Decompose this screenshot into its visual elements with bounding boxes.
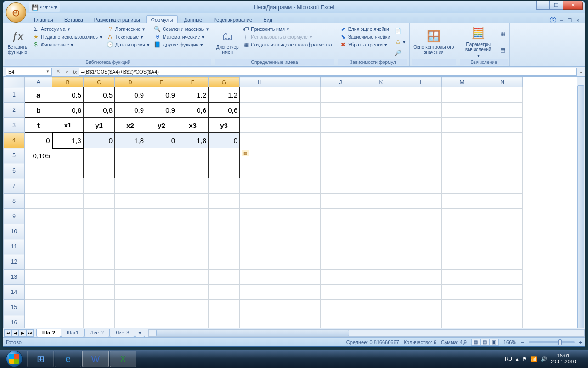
- row-header[interactable]: 7: [4, 178, 25, 194]
- col-header[interactable]: H: [240, 77, 280, 87]
- tray-clock[interactable]: 16:01 20.01.2010: [551, 353, 576, 365]
- trace-precedents-button[interactable]: ⬈Влияющие ячейки: [338, 25, 392, 33]
- tab-insert[interactable]: Вставка: [59, 15, 88, 23]
- cell[interactable]: a: [25, 87, 52, 103]
- cell[interactable]: 0: [25, 133, 52, 148]
- watch-window-button[interactable]: 🪟 Окно контрольного значения: [412, 24, 456, 59]
- cell[interactable]: x2: [115, 118, 146, 133]
- row-header[interactable]: 4: [4, 133, 25, 148]
- datetime-button[interactable]: 🕒Дата и время ▾: [105, 41, 152, 48]
- calc-sheet-button[interactable]: ▤: [498, 46, 508, 54]
- col-header[interactable]: M: [442, 77, 482, 87]
- zoom-out-button[interactable]: −: [521, 339, 524, 345]
- row-header[interactable]: 13: [4, 270, 25, 285]
- logical-button[interactable]: ?Логические ▾: [105, 25, 152, 33]
- scroll-thumb[interactable]: [577, 85, 584, 328]
- cell[interactable]: y2: [146, 118, 177, 133]
- row-header[interactable]: 2: [4, 103, 25, 118]
- fx-label-icon[interactable]: fx: [73, 69, 77, 75]
- col-header[interactable]: E: [146, 77, 177, 87]
- financial-button[interactable]: $Финансовые ▾: [31, 41, 104, 48]
- tab-layout[interactable]: Разметка страницы: [89, 15, 145, 23]
- doc-restore-icon[interactable]: ❐: [566, 17, 573, 23]
- cell[interactable]: b: [25, 103, 52, 118]
- more-button[interactable]: 📘Другие функции ▾: [153, 41, 211, 48]
- zoom-level[interactable]: 166%: [503, 339, 516, 345]
- minimize-button[interactable]: ─: [536, 1, 550, 10]
- trace-dependents-button[interactable]: ⬊Зависимые ячейки: [338, 33, 392, 40]
- qat-save-icon[interactable]: 💾: [32, 4, 39, 11]
- qat-customize-icon[interactable]: ▾: [54, 4, 57, 11]
- qat-undo-icon[interactable]: ↶: [40, 4, 44, 11]
- cell[interactable]: 0: [84, 133, 115, 148]
- row-header[interactable]: 5: [4, 148, 25, 163]
- sheet-tab[interactable]: Шаг2: [36, 329, 61, 337]
- tray-lang[interactable]: RU: [505, 356, 512, 362]
- tray-flag-icon[interactable]: ⚑: [522, 356, 527, 362]
- col-header[interactable]: J: [321, 77, 361, 87]
- cell[interactable]: 0,9: [146, 87, 177, 103]
- autofill-smart-tag[interactable]: ▦: [242, 150, 249, 156]
- math-button[interactable]: θМатематические ▾: [153, 33, 211, 40]
- zoom-in-button[interactable]: +: [579, 339, 582, 345]
- use-formula-button[interactable]: ƒИспользовать в формуле ▾: [241, 33, 334, 40]
- tray-network-icon[interactable]: 📶: [531, 356, 537, 362]
- taskbar-word[interactable]: W: [82, 351, 109, 367]
- cell[interactable]: 0,5: [52, 87, 84, 103]
- row-header[interactable]: 8: [4, 194, 25, 209]
- first-tab-button[interactable]: ⏮: [4, 329, 11, 337]
- name-box[interactable]: B4▼: [6, 68, 52, 76]
- select-all-corner[interactable]: [4, 77, 25, 87]
- cell[interactable]: 0,8: [84, 103, 115, 118]
- cell[interactable]: 0,6: [177, 103, 209, 118]
- tray-up-icon[interactable]: ▴: [516, 356, 519, 362]
- enter-icon[interactable]: ✓: [63, 68, 71, 76]
- col-header[interactable]: A: [25, 77, 52, 87]
- evaluate-button[interactable]: 🔎: [393, 49, 407, 57]
- tab-view[interactable]: Вид: [258, 15, 277, 23]
- tab-data[interactable]: Данные: [179, 15, 207, 23]
- col-header[interactable]: N: [482, 77, 523, 87]
- cell[interactable]: 0,8: [52, 103, 84, 118]
- view-break-button[interactable]: ▣: [490, 339, 499, 346]
- sheet-tab[interactable]: Шаг1: [61, 329, 85, 337]
- close-button[interactable]: ✕: [563, 1, 583, 10]
- col-header[interactable]: C: [84, 77, 115, 87]
- show-desktop-button[interactable]: [580, 351, 584, 367]
- taskbar-excel[interactable]: X: [110, 351, 136, 367]
- taskbar-app[interactable]: ⊞: [27, 351, 54, 367]
- tab-formulas[interactable]: Формулы: [146, 15, 178, 23]
- recent-button[interactable]: ★Недавно использовались ▾: [31, 33, 104, 40]
- new-sheet-button[interactable]: ✦: [135, 329, 145, 337]
- zoom-slider[interactable]: [529, 341, 575, 343]
- cell[interactable]: 1,2: [209, 87, 240, 103]
- qat-redo-icon[interactable]: ↷: [49, 4, 53, 11]
- calc-now-button[interactable]: ▦: [498, 30, 508, 37]
- expand-formula-icon[interactable]: ⌄: [577, 69, 585, 74]
- qat-dd-icon[interactable]: ▾: [45, 4, 48, 11]
- cell[interactable]: 1,8: [177, 133, 209, 148]
- last-tab-button[interactable]: ⏭: [26, 329, 34, 337]
- error-check-button[interactable]: ⚠▾: [393, 38, 407, 46]
- cell[interactable]: t: [25, 118, 52, 133]
- define-name-button[interactable]: 🏷Присвоить имя ▾: [241, 25, 334, 33]
- ribbon-minimize-icon[interactable]: ─: [558, 17, 565, 23]
- row-header[interactable]: 6: [4, 163, 25, 178]
- text-button[interactable]: AТекстовые ▾: [105, 33, 152, 40]
- create-selection-button[interactable]: ▦Создать из выделенного фрагмента: [241, 41, 334, 48]
- col-header[interactable]: L: [401, 77, 442, 87]
- lookup-button[interactable]: 🔍Ссылки и массивы ▾: [153, 25, 211, 33]
- sheet-tab[interactable]: Лист3: [109, 329, 135, 337]
- active-cell[interactable]: 1,3: [52, 133, 84, 148]
- tab-home[interactable]: Главная: [29, 15, 58, 23]
- cell[interactable]: 0: [209, 133, 240, 148]
- row-header[interactable]: 16: [4, 315, 25, 328]
- formula-input[interactable]: =(B$1*COS($A4)+B$2)*COS($A4): [79, 68, 577, 76]
- col-header[interactable]: B: [52, 77, 84, 87]
- row-header[interactable]: 12: [4, 254, 25, 270]
- prev-tab-button[interactable]: ◀: [11, 329, 19, 337]
- insert-function-button[interactable]: ƒx Вставить функцию: [5, 24, 30, 59]
- tab-review[interactable]: Рецензирование: [208, 15, 257, 23]
- cell[interactable]: x1: [52, 118, 84, 133]
- view-normal-button[interactable]: ▦: [471, 339, 481, 346]
